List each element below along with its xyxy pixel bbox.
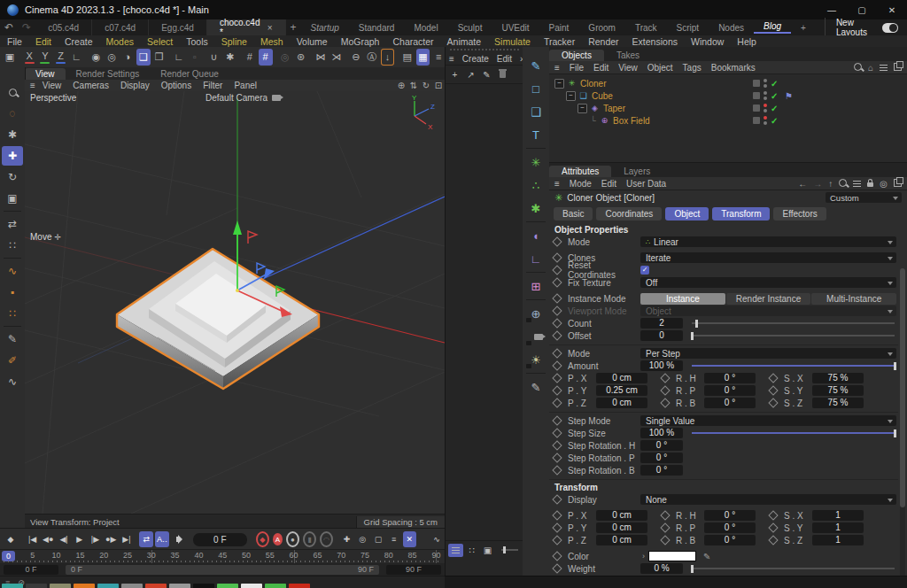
detach-icon[interactable]: [894, 63, 902, 73]
viewport-menu-filter[interactable]: Filter: [203, 81, 222, 90]
param-field[interactable]: 0 cm: [596, 535, 647, 545]
material-swatch-10[interactable]: [241, 584, 262, 588]
record-keyframe-button[interactable]: ◆: [256, 531, 269, 547]
menu-tracker[interactable]: Tracker: [544, 36, 575, 47]
expand-icon[interactable]: −: [554, 79, 564, 89]
light-icon[interactable]: ☀: [524, 349, 547, 370]
keyframe-diamond-icon[interactable]: [660, 535, 670, 545]
null-axis-icon[interactable]: ∟: [524, 248, 547, 269]
layer-toggle[interactable]: [753, 117, 760, 124]
slider-knob[interactable]: [695, 320, 698, 328]
maximize-button[interactable]: ▢: [847, 0, 877, 19]
menu-extensions[interactable]: Extensions: [632, 36, 678, 47]
viewport-projection-label[interactable]: Perspective: [30, 93, 76, 103]
visibility-dot[interactable]: [764, 84, 767, 88]
workplane-axis-icon[interactable]: ∟: [172, 49, 186, 66]
menu-help[interactable]: Help: [737, 36, 756, 47]
thumb-view-icon[interactable]: ▣: [480, 544, 495, 557]
keyframe-diamond-icon[interactable]: [660, 385, 670, 395]
slider-offset[interactable]: [692, 335, 895, 337]
filter-icon[interactable]: [853, 179, 861, 189]
menu-simulate[interactable]: Simulate: [494, 36, 531, 47]
enabled-check-icon[interactable]: ✓: [771, 104, 778, 113]
layout-switch-icon[interactable]: ▦: [416, 49, 430, 66]
range-start-field[interactable]: 0 F: [4, 565, 58, 575]
viewport-camera-label[interactable]: Default Camera: [205, 93, 281, 103]
menu-mograph[interactable]: MoGraph: [341, 36, 380, 47]
layout-tab-model[interactable]: Model: [404, 23, 447, 33]
menu-character[interactable]: Character: [392, 36, 433, 47]
keyframe-diamond-icon[interactable]: [768, 510, 778, 520]
cloner-icon[interactable]: ✳: [524, 151, 547, 173]
slider-amount[interactable]: [692, 365, 895, 367]
layer-toggle[interactable]: [753, 104, 760, 112]
search-icon[interactable]: [854, 63, 862, 73]
keyframe-diamond-icon[interactable]: [660, 510, 670, 520]
cube-primitive-icon[interactable]: ❑: [524, 101, 547, 122]
objects-menu-tags[interactable]: Tags: [683, 63, 702, 73]
menu-edit[interactable]: Edit: [35, 36, 51, 47]
tag-flag-icon[interactable]: ⚑: [785, 91, 793, 101]
tree-row-taper[interactable]: −◈Taper✓: [549, 102, 907, 114]
menu-modes[interactable]: Modes: [106, 36, 135, 47]
attributes-menu-user-data[interactable]: User Data: [626, 179, 666, 189]
eyedropper-icon[interactable]: ✎: [703, 552, 710, 561]
material-swatch-2[interactable]: [50, 584, 71, 588]
dropdown-fix-texture[interactable]: Off: [640, 277, 896, 288]
mirror-icon[interactable]: ⋊: [329, 49, 344, 66]
keyframe-diamond-icon[interactable]: [552, 415, 562, 425]
keyframe-diamond-icon[interactable]: [552, 494, 562, 504]
prev-frame-button[interactable]: ◀|: [57, 531, 71, 547]
lock-icon[interactable]: [867, 179, 873, 189]
layout-tab-script[interactable]: Script: [667, 23, 709, 33]
keyframe-diamond-icon[interactable]: [552, 318, 562, 328]
snap-scale-icon[interactable]: ▢: [371, 531, 385, 547]
search-icon[interactable]: [839, 179, 847, 189]
axis-move-tool[interactable]: ⇄: [2, 214, 23, 234]
document-tab-c07-c4d[interactable]: c07.c4d: [92, 19, 149, 35]
timeline-ruler[interactable]: 0 51015202530354045505560657075808590: [0, 549, 445, 563]
add-icon[interactable]: +: [447, 68, 462, 81]
close-button[interactable]: ✕: [877, 0, 907, 19]
range-slider[interactable]: 0 F 90 F: [66, 565, 379, 575]
expand-icon[interactable]: −: [566, 91, 576, 101]
instance-icon[interactable]: ⊞: [524, 275, 547, 297]
keyframe-diamond-icon[interactable]: [552, 252, 562, 262]
zoom-tool[interactable]: [2, 82, 23, 102]
orbit-view-icon[interactable]: ↻: [420, 81, 432, 90]
scale-tool[interactable]: ▣: [2, 189, 23, 208]
menu-spline[interactable]: Spline: [221, 36, 247, 47]
grid-view-icon[interactable]: ∷: [464, 544, 479, 557]
record-parameter-button[interactable]: ▮: [303, 531, 316, 547]
keyframe-diamond-icon[interactable]: [552, 348, 562, 358]
keyframe-diamond-icon[interactable]: [768, 373, 778, 383]
layout-toggle[interactable]: [882, 23, 898, 33]
material-swatch-9[interactable]: [217, 584, 238, 588]
keyframe-diamond-icon[interactable]: [552, 465, 562, 475]
material-swatch-7[interactable]: [169, 584, 190, 588]
param-field[interactable]: 1: [812, 535, 864, 545]
menu-animate[interactable]: Animate: [447, 36, 482, 47]
enabled-check-icon[interactable]: ✓: [771, 79, 778, 89]
forward-icon[interactable]: →: [813, 179, 822, 189]
param-field[interactable]: 0 cm: [596, 373, 647, 383]
color-swatch[interactable]: [648, 551, 696, 561]
next-frame-button[interactable]: |▶: [89, 531, 103, 547]
close-tab-icon[interactable]: ×: [267, 23, 273, 33]
slider-count[interactable]: [692, 322, 895, 324]
tree-row-box-field[interactable]: └⊕Box Field✓: [549, 114, 907, 127]
visibility-dots[interactable]: [764, 116, 767, 125]
generators-icon[interactable]: ❒: [152, 49, 167, 66]
minimize-button[interactable]: —: [817, 0, 847, 19]
fracture-icon[interactable]: ∴: [524, 174, 547, 196]
sky-icon[interactable]: ⊕: [524, 303, 547, 324]
chevron-icon[interactable]: ›: [642, 552, 645, 561]
next-key-button[interactable]: ●▶: [104, 531, 118, 547]
layout-tab-groom[interactable]: Groom: [578, 23, 625, 33]
panel-tab-view[interactable]: View: [25, 68, 66, 80]
value-field-step-rotation-h[interactable]: 0 °: [640, 440, 683, 451]
menu-mesh[interactable]: Mesh: [260, 36, 283, 47]
snap-settings-icon[interactable]: ✱: [223, 49, 237, 66]
param-field[interactable]: 75 %: [812, 373, 864, 383]
viewport-canvas[interactable]: Y Z X: [25, 91, 445, 514]
